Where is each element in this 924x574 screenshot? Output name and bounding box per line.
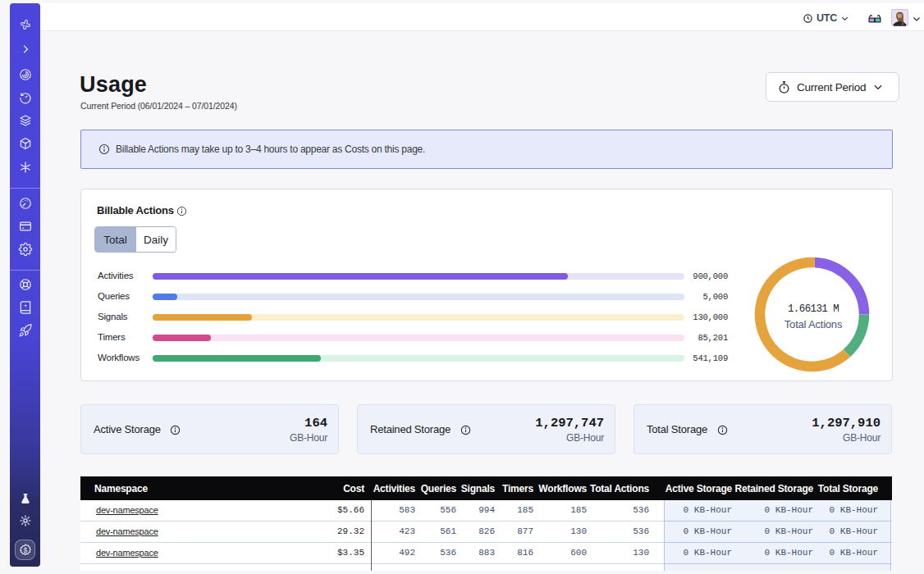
svg-text:$: $ bbox=[23, 547, 27, 554]
